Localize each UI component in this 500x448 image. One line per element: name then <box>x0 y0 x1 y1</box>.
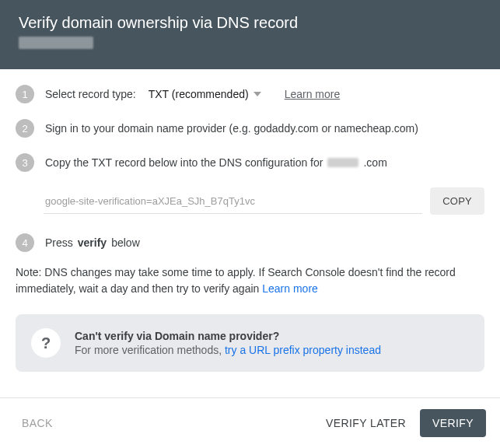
dialog-footer: BACK VERIFY LATER VERIFY <box>0 397 500 448</box>
alt-subtitle: For more verification methods, try a URL… <box>75 344 381 356</box>
txt-record-row: COPY <box>44 187 484 215</box>
step-number-badge: 3 <box>16 153 34 172</box>
verify-button[interactable]: VERIFY <box>420 409 486 437</box>
step-1-label: Select record type: <box>45 88 136 100</box>
alt-title: Can't verify via Domain name provider? <box>75 330 381 342</box>
step-number-badge: 2 <box>16 119 34 138</box>
step-3: 3 Copy the TXT record below into the DNS… <box>16 153 484 172</box>
chevron-down-icon <box>253 92 261 96</box>
step-2-text: Sign in to your domain name provider (e.… <box>45 122 418 135</box>
url-prefix-link[interactable]: try a URL prefix property instead <box>225 344 381 356</box>
step-4: 4 Press verify below <box>16 233 484 252</box>
note-text: Note: DNS changes may take some time to … <box>16 264 484 297</box>
step-4-text-c: below <box>111 236 140 249</box>
dialog-header: Verify domain ownership via DNS record <box>0 0 500 69</box>
step-4-text-b: verify <box>78 236 107 249</box>
copy-button[interactable]: COPY <box>430 187 484 215</box>
step-4-text-a: Press <box>45 236 73 249</box>
back-button[interactable]: BACK <box>14 411 61 436</box>
step-2: 2 Sign in to your domain name provider (… <box>16 119 484 138</box>
step-number-badge: 4 <box>16 233 34 252</box>
dialog-content: 1 Select record type: TXT (recommended) … <box>0 69 500 372</box>
verify-later-button[interactable]: VERIFY LATER <box>318 411 414 436</box>
record-type-dropdown[interactable]: TXT (recommended) <box>149 88 261 100</box>
dialog-title: Verify domain ownership via DNS record <box>19 14 481 32</box>
alternate-method-box: ? Can't verify via Domain name provider?… <box>16 314 484 372</box>
step-3-text-a: Copy the TXT record below into the DNS c… <box>45 156 323 169</box>
learn-more-link[interactable]: Learn more <box>285 88 341 100</box>
domain-redacted <box>327 158 358 167</box>
domain-name-redacted <box>19 37 93 49</box>
help-icon: ? <box>31 328 61 358</box>
step-3-text-b: .com <box>363 156 386 169</box>
note-learn-more-link[interactable]: Learn more <box>262 282 318 295</box>
txt-record-input[interactable] <box>44 189 422 214</box>
step-number-badge: 1 <box>16 85 34 103</box>
dropdown-value: TXT (recommended) <box>149 88 249 100</box>
step-1: 1 Select record type: TXT (recommended) … <box>16 85 484 103</box>
